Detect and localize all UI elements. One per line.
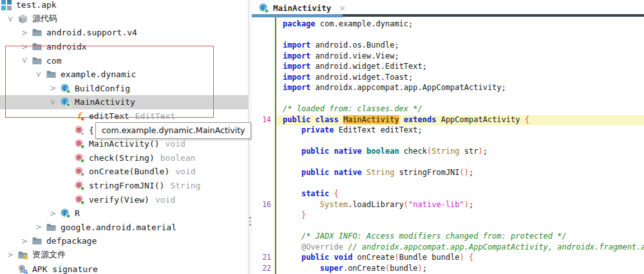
code-line-content: import androidx.appcompat.app.AppCompatA… (276, 83, 644, 94)
folder-resources-icon (17, 250, 28, 260)
gutter-line-number (252, 62, 275, 73)
gutter-line-number (252, 179, 275, 190)
tree-item-type: EditText (135, 111, 176, 121)
code-line: 14public class MainActivity extends AppC… (252, 115, 644, 126)
folder-icon (32, 235, 43, 246)
tree-item-android-support-v4[interactable]: >android.support.v4 (0, 26, 248, 40)
tree-item-androidx[interactable]: >androidx (0, 40, 248, 54)
tabbar-bottom-border (343, 14, 644, 17)
gutter-line-number (252, 104, 275, 115)
tree-item-mainactivity[interactable]: >cMainActivity (0, 95, 248, 109)
code-line: private EditText editText; (252, 125, 644, 136)
chevron-expanded-icon[interactable]: > (32, 68, 46, 82)
tab-mainactivity[interactable]: c MainActivity × (253, 1, 350, 14)
tooltip: com.example.dynamic.MainActivity (95, 122, 251, 139)
code-line: import android.view.View; (252, 51, 644, 62)
tree-item-resources[interactable]: >资源文件 (0, 248, 248, 262)
tree-item-label: android.support.v4 (46, 28, 137, 37)
chevron-collapsed-icon[interactable]: > (46, 82, 60, 96)
tree-item-defpackage[interactable]: >defpackage (0, 234, 248, 248)
svg-text:m: m (77, 167, 81, 174)
svg-text:m: m (77, 196, 81, 203)
code-line: 22 super.onCreate(bundle); (252, 264, 644, 274)
method-icon: m (74, 194, 85, 205)
code-line-content: public native boolean check(String str); (276, 147, 644, 158)
tree-item-label: onCreate(Bundle) (89, 167, 169, 176)
code-line: static { (252, 189, 644, 200)
gutter-divider-line (275, 17, 276, 274)
tree-item-type: void (155, 195, 175, 205)
chevron-spacer (60, 151, 74, 165)
gutter-line-number (252, 30, 275, 41)
gutter-line-number (252, 83, 275, 94)
method-icon: m (74, 152, 85, 163)
code-line (252, 221, 644, 232)
method-icon: m (74, 180, 85, 191)
code-area[interactable]: package com.example.dynamic;import andro… (252, 17, 644, 274)
code-line (252, 179, 644, 190)
tree-item-label: APK signature (32, 264, 98, 274)
code-line-content: @Override // androidx.appcompat.app.AppC… (276, 242, 644, 253)
chevron-spacer (60, 109, 74, 123)
gutter-line-number (252, 147, 275, 158)
code-line-content: static { (276, 189, 644, 200)
chevron-spacer (60, 123, 74, 137)
gutter-line-number (252, 136, 275, 147)
chevron-spacer (60, 192, 74, 206)
code-lines: package com.example.dynamic;import andro… (252, 17, 644, 274)
gutter-line-number (252, 125, 275, 136)
tree-item-com[interactable]: >com (0, 53, 248, 68)
code-line-content: /* loaded from: classes.dex */ (276, 104, 644, 115)
tree-item-stringfromjni-method[interactable]: mstringFromJNI()String (0, 179, 248, 193)
tree-item-check-method[interactable]: mcheck(String)boolean (0, 151, 248, 165)
chevron-collapsed-icon[interactable]: > (32, 221, 46, 235)
chevron-expanded-icon[interactable]: > (3, 12, 17, 26)
tree-item-label: BuildConfig (75, 84, 130, 93)
tree-item-test-apk[interactable]: test.apk (0, 0, 248, 12)
tree-item-verify-method[interactable]: mverify(View)void (0, 192, 248, 206)
tree-item-type: void (175, 167, 195, 176)
method-icon: m (74, 138, 85, 149)
gutter-line-number (252, 168, 275, 179)
tree-item-source-code[interactable]: >源代码 (0, 12, 248, 26)
tree-item-oncreate-method[interactable]: monCreate(Bundle)void (0, 165, 248, 179)
tree-item-label: MainActivity() (89, 139, 160, 149)
tree-item-apk-signature[interactable]: APK signature (0, 262, 248, 274)
code-line: package com.example.dynamic; (252, 19, 644, 30)
tree-item-label: 资源文件 (32, 249, 66, 260)
code-line-content: /* JADX INFO: Access modifiers changed f… (276, 232, 644, 242)
chevron-collapsed-icon[interactable]: > (46, 206, 60, 221)
tree-item-mainactivity-ctor[interactable]: mMainActivity()void (0, 137, 248, 151)
tree-item-buildconfig[interactable]: >cBuildConfig (0, 82, 248, 96)
chevron-collapsed-icon[interactable]: > (17, 40, 32, 54)
tree-item-example-dynamic[interactable]: >example.dynamic (0, 68, 248, 82)
chevron-collapsed-icon[interactable]: > (17, 26, 32, 40)
folder-icon (32, 41, 43, 52)
signature-icon (17, 264, 28, 274)
tree-item-google-android-material[interactable]: >google.android.material (0, 221, 248, 235)
tree-item-r-class[interactable]: >cR (0, 206, 248, 221)
gutter-line-number (252, 94, 275, 105)
gutter-line-number (252, 19, 275, 30)
code-line-content (276, 179, 644, 190)
code-line-content (276, 94, 644, 105)
tree-item-label: androidx (46, 42, 87, 51)
close-icon[interactable]: × (339, 3, 346, 13)
code-line (252, 94, 644, 105)
code-line: 16 System.loadLibrary("native-lib"); (252, 200, 644, 211)
tree-item-type: String (170, 181, 200, 190)
gutter-line-number (252, 158, 275, 169)
field-icon: f (74, 111, 85, 122)
code-line-content: import android.widget.Toast; (276, 73, 644, 84)
chevron-collapsed-icon[interactable]: > (17, 234, 32, 248)
code-line (252, 136, 644, 147)
chevron-expanded-icon[interactable]: > (17, 53, 32, 68)
tree-item-edittext-field[interactable]: feditTextEditText (0, 109, 248, 123)
chevron-collapsed-icon[interactable]: > (3, 248, 17, 262)
tree-item-label: verify(View) (89, 195, 149, 205)
code-line-content: import android.view.View; (276, 51, 644, 62)
chevron-expanded-icon[interactable]: > (46, 95, 60, 109)
gutter-line-number (252, 189, 275, 200)
code-line: /* JADX INFO: Access modifiers changed f… (252, 232, 644, 242)
code-line: } (252, 210, 644, 221)
